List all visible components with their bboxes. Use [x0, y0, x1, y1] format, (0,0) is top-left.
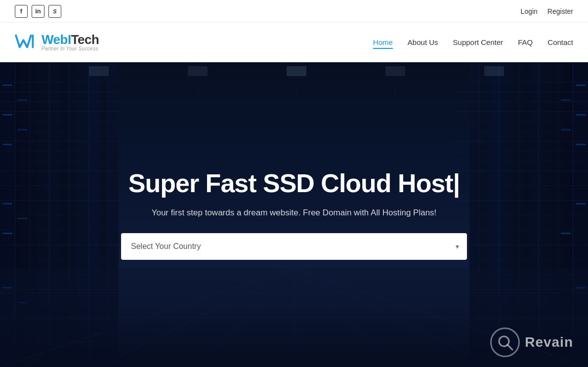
- nav-contact[interactable]: Contact: [547, 36, 573, 49]
- social-icons: f in S: [15, 5, 61, 18]
- logo-svg-icon: [15, 33, 39, 52]
- revain-brand-text: Revain: [525, 334, 573, 350]
- country-select[interactable]: Select Your Country United States United…: [121, 233, 467, 260]
- main-nav: Home About Us Support Center FAQ Contact: [373, 36, 573, 49]
- nav-home[interactable]: Home: [373, 36, 393, 49]
- revain-search-svg: [496, 333, 514, 351]
- register-link[interactable]: Register: [547, 7, 573, 15]
- linkedin-icon[interactable]: in: [32, 5, 44, 18]
- nav-faq[interactable]: FAQ: [518, 36, 533, 49]
- facebook-icon[interactable]: f: [15, 5, 28, 18]
- svg-line-105: [507, 345, 512, 350]
- login-link[interactable]: Login: [521, 7, 538, 15]
- logo-tagline: Partner In Your Success: [42, 46, 99, 51]
- header: WebITech Partner In Your Success Home Ab…: [0, 23, 588, 62]
- revain-watermark: Revain: [490, 327, 573, 357]
- logo-text: WebITech Partner In Your Success: [42, 33, 99, 51]
- top-auth: Login Register: [521, 7, 573, 15]
- logo-name: WebITech: [42, 33, 99, 46]
- skype-icon[interactable]: S: [48, 5, 61, 18]
- nav-support[interactable]: Support Center: [453, 36, 504, 49]
- hero-section: Super Fast SSD Cloud Host| Your first st…: [0, 62, 588, 367]
- top-bar: f in S Login Register: [0, 0, 588, 23]
- nav-about[interactable]: About Us: [408, 36, 438, 49]
- country-select-wrapper: Select Your Country United States United…: [121, 233, 467, 260]
- logo[interactable]: WebITech Partner In Your Success: [15, 33, 99, 52]
- revain-logo-icon: [490, 327, 520, 357]
- hero-content: Super Fast SSD Cloud Host| Your first st…: [101, 169, 487, 260]
- hero-subtitle: Your first step towards a dream website.…: [152, 206, 437, 219]
- hero-title: Super Fast SSD Cloud Host|: [128, 169, 460, 198]
